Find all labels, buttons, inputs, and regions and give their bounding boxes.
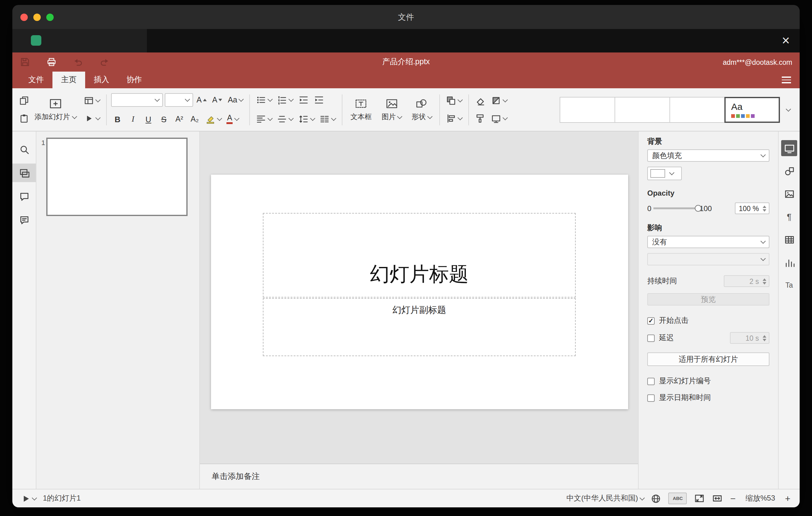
theme-option-1[interactable] bbox=[560, 96, 615, 122]
start-slideshow-statusbar-button[interactable] bbox=[22, 494, 36, 503]
effect-variant-select[interactable] bbox=[647, 253, 770, 265]
theme-option-selected[interactable]: Aa bbox=[724, 96, 780, 122]
increase-font-button[interactable]: A bbox=[195, 93, 208, 107]
superscript-button[interactable]: A² bbox=[172, 112, 186, 126]
insert-shape-button[interactable]: 形状 bbox=[408, 97, 435, 122]
hamburger-menu-icon[interactable] bbox=[782, 71, 791, 88]
change-case-button[interactable]: Aa bbox=[226, 93, 245, 107]
shape-settings-button[interactable] bbox=[781, 163, 797, 179]
insert-image-button[interactable]: 图片 bbox=[378, 97, 405, 122]
document-language-button[interactable] bbox=[651, 493, 661, 503]
undo-button[interactable] bbox=[73, 56, 83, 67]
insert-textbox-button[interactable]: 文本框 bbox=[347, 97, 375, 122]
add-slide-button[interactable]: 添加幻灯片 bbox=[31, 97, 80, 122]
eraser-icon bbox=[475, 96, 485, 106]
slide-layout-button[interactable] bbox=[82, 93, 102, 108]
fill-color-swatch[interactable] bbox=[647, 167, 682, 180]
fit-slide-button[interactable] bbox=[694, 493, 705, 504]
increase-indent-button[interactable] bbox=[312, 93, 326, 107]
slide-surface[interactable]: 幻灯片标题 幻灯片副标题 bbox=[211, 175, 628, 409]
highlight-color-button[interactable] bbox=[203, 112, 223, 126]
decrease-indent-button[interactable] bbox=[297, 93, 310, 107]
show-slide-number-checkbox[interactable] bbox=[647, 377, 655, 385]
slide-settings-panel: 背景 颜色填充 Opacity 0 100 100 % 影响 没有 bbox=[638, 132, 778, 489]
fill-color-button[interactable] bbox=[489, 93, 509, 108]
underline-button[interactable]: U bbox=[142, 112, 155, 126]
clear-style-button[interactable] bbox=[473, 93, 487, 108]
slide-settings-button[interactable] bbox=[781, 140, 797, 156]
delay-input[interactable]: 10 s bbox=[730, 332, 770, 344]
spinner-arrows-icon[interactable] bbox=[763, 205, 766, 211]
slider-handle[interactable] bbox=[694, 205, 701, 211]
spinner-arrows-icon[interactable] bbox=[763, 278, 766, 284]
start-on-click-checkbox[interactable]: ✓ bbox=[647, 317, 655, 324]
table-settings-button[interactable] bbox=[781, 231, 797, 248]
print-button[interactable] bbox=[46, 56, 57, 67]
spinner-arrows-icon[interactable] bbox=[763, 335, 766, 341]
paste-button[interactable] bbox=[17, 111, 31, 126]
fill-type-select[interactable]: 颜色填充 bbox=[647, 149, 770, 162]
color-swatch bbox=[650, 169, 665, 178]
zoom-out-button[interactable]: − bbox=[730, 494, 736, 503]
slide-size-button[interactable] bbox=[489, 111, 509, 126]
close-icon[interactable]: × bbox=[779, 31, 792, 51]
tab-file[interactable]: 文件 bbox=[20, 71, 53, 88]
decrease-font-button[interactable]: A bbox=[210, 93, 224, 107]
copy-button[interactable] bbox=[17, 93, 31, 108]
numbered-list-button[interactable] bbox=[276, 93, 295, 107]
duration-input[interactable]: 2 s bbox=[724, 275, 770, 287]
show-date-time-checkbox[interactable] bbox=[647, 394, 655, 402]
theme-option-3[interactable] bbox=[669, 96, 725, 122]
tab-collaboration[interactable]: 协作 bbox=[118, 71, 150, 88]
title-placeholder[interactable]: 幻灯片标题 bbox=[263, 213, 576, 297]
start-slideshow-button[interactable] bbox=[82, 111, 102, 126]
add-slide-icon bbox=[49, 97, 61, 110]
search-button[interactable] bbox=[12, 140, 36, 159]
subscript-button[interactable]: A₂ bbox=[188, 112, 201, 126]
arrange-shapes-button[interactable] bbox=[444, 93, 464, 108]
strikethrough-button[interactable]: S bbox=[157, 112, 171, 126]
opacity-input[interactable]: 100 % bbox=[735, 202, 770, 214]
chart-settings-button[interactable] bbox=[781, 254, 797, 270]
apply-to-all-slides-button[interactable]: 适用于所有幻灯片 bbox=[647, 352, 770, 366]
line-spacing-button[interactable] bbox=[297, 112, 316, 126]
horizontal-align-button[interactable] bbox=[254, 112, 274, 126]
subtitle-placeholder[interactable]: 幻灯片副标题 bbox=[263, 298, 576, 356]
save-button[interactable] bbox=[20, 56, 30, 67]
main-toolbar: 添加幻灯片 A bbox=[12, 88, 800, 132]
fit-width-button[interactable] bbox=[712, 493, 723, 504]
chevron-down-icon bbox=[155, 96, 160, 102]
opacity-slider[interactable] bbox=[653, 207, 698, 209]
theme-option-2[interactable] bbox=[614, 96, 670, 122]
chevron-down-icon bbox=[268, 116, 273, 121]
italic-button[interactable]: I bbox=[126, 112, 140, 126]
effect-select[interactable]: 没有 bbox=[647, 236, 770, 248]
image-settings-button[interactable] bbox=[781, 186, 797, 202]
bullet-list-button[interactable] bbox=[254, 93, 274, 107]
align-shapes-button[interactable] bbox=[444, 111, 464, 126]
font-color-button[interactable]: A bbox=[225, 112, 241, 126]
tab-insert[interactable]: 插入 bbox=[85, 71, 118, 88]
slide-thumbnail[interactable] bbox=[46, 138, 187, 216]
delay-checkbox[interactable] bbox=[647, 334, 655, 342]
zoom-in-button[interactable]: + bbox=[785, 494, 790, 503]
tab-home[interactable]: 主页 bbox=[53, 71, 85, 88]
comments-button[interactable] bbox=[12, 187, 36, 205]
spellcheck-toggle[interactable]: ABC bbox=[669, 492, 687, 504]
copy-style-button[interactable] bbox=[473, 111, 487, 126]
paragraph-settings-button[interactable]: ¶ bbox=[781, 209, 797, 225]
slides-panel-button[interactable] bbox=[12, 164, 36, 182]
bold-button[interactable]: B bbox=[111, 112, 124, 126]
theme-gallery-expand-button[interactable] bbox=[780, 96, 795, 122]
textart-settings-button[interactable]: Ta bbox=[781, 277, 797, 293]
columns-button[interactable] bbox=[318, 112, 338, 126]
redo-button[interactable] bbox=[99, 56, 110, 67]
vertical-align-button[interactable] bbox=[276, 112, 295, 126]
language-select[interactable]: 中文(中华人民共和国) bbox=[567, 493, 644, 504]
font-name-select[interactable] bbox=[111, 93, 163, 107]
feedback-button[interactable] bbox=[12, 210, 36, 229]
preview-button[interactable]: 预览 bbox=[647, 293, 770, 306]
notes-input[interactable]: 单击添加备注 bbox=[200, 463, 638, 489]
font-size-select[interactable] bbox=[165, 93, 193, 107]
feedback-icon bbox=[19, 214, 29, 225]
